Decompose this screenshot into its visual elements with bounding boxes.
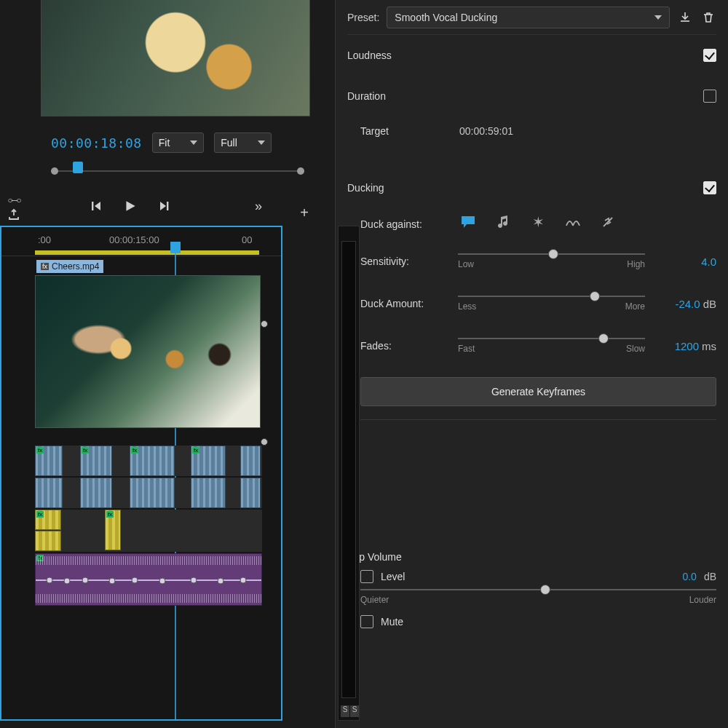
audio-tracks: fx fx fx fx fx fx fx [35, 446, 262, 607]
mute-checkbox[interactable] [360, 615, 373, 628]
monitor-image [41, 0, 309, 116]
io-icon[interactable]: ○─○ [8, 195, 20, 205]
duration-section-header[interactable]: Duration [347, 76, 716, 116]
zoom-value: Fit [159, 137, 170, 149]
timecode[interactable]: 00:00:18:08 [51, 135, 142, 151]
step-back-icon[interactable] [89, 198, 105, 214]
clip-marker[interactable] [261, 320, 268, 328]
level-slider[interactable]: Quieter Louder [360, 589, 716, 605]
amount-unit: dB [703, 298, 716, 310]
level-checkbox[interactable] [360, 570, 373, 583]
video-clip-thumb[interactable] [35, 275, 261, 428]
level-label: Level [381, 571, 675, 582]
svg-marker-3 [160, 202, 166, 210]
target-label: Target [360, 125, 448, 137]
program-monitor [41, 0, 310, 116]
svg-marker-1 [95, 202, 100, 210]
scrub-handle[interactable] [73, 162, 83, 173]
ducking-title: Ducking [347, 182, 384, 194]
zoom-select[interactable]: Fit [152, 132, 205, 153]
svg-rect-4 [167, 202, 168, 210]
fades-row: Fades: Fast Slow 1200ms [360, 325, 716, 367]
more-icon[interactable]: » [250, 198, 266, 214]
level-high: Louder [689, 595, 716, 605]
dialogue-track-b[interactable] [35, 478, 262, 508]
duck-sfx-icon[interactable]: ✶ [529, 214, 547, 230]
duck-dialogue-icon[interactable] [459, 214, 477, 230]
essential-sound-panel: Preset: Smooth Vocal Ducking Loudness Du… [335, 0, 728, 728]
chevron-down-icon [190, 141, 197, 145]
ruler-mark: 00:00:15:00 [109, 234, 159, 245]
sensitivity-high: High [627, 259, 645, 269]
loudness-checkbox[interactable] [703, 49, 716, 62]
solo-toggle-2[interactable]: S [350, 705, 359, 717]
sfx-track[interactable]: fx fx [35, 510, 262, 552]
step-forward-icon[interactable] [156, 198, 172, 214]
fades-low: Fast [458, 344, 475, 354]
fades-label: Fades: [360, 340, 448, 352]
duck-against-icons: ✶ [459, 214, 617, 230]
chevron-down-icon [258, 141, 265, 145]
sensitivity-label: Sensitivity: [360, 256, 448, 267]
solo-toggle-1[interactable]: S [341, 705, 349, 717]
fades-value[interactable]: 1200 [675, 340, 699, 352]
sensitivity-slider[interactable] [458, 253, 645, 255]
audio-meter: S S [338, 226, 360, 721]
duration-target-row: Target 00:00:59:01 [347, 116, 716, 146]
level-value[interactable]: 0.0 [682, 571, 696, 582]
timeline-ruler[interactable]: :00 00:00:15:00 00 [1, 227, 281, 256]
clip-marker[interactable] [261, 438, 268, 446]
fades-high: Slow [626, 344, 645, 354]
svg-rect-0 [92, 202, 93, 210]
chevron-down-icon [654, 15, 662, 20]
ducking-section-header[interactable]: Ducking [347, 167, 716, 208]
loudness-title: Loudness [347, 50, 392, 61]
amount-label: Duck Amount: [360, 298, 448, 309]
scrub-end-dot[interactable] [297, 167, 304, 175]
export-icon[interactable] [7, 208, 20, 223]
clip-volume-title: Clip Volume [347, 551, 716, 563]
level-unit: dB [704, 571, 716, 582]
sensitivity-value[interactable]: 4.0 [701, 256, 716, 268]
video-clip-label[interactable]: fx Cheers.mp4 [36, 260, 103, 273]
add-button-icon[interactable]: + [300, 205, 309, 221]
duration-checkbox[interactable] [703, 90, 716, 103]
playhead[interactable] [170, 242, 181, 253]
duck-against-label: Duck against: [360, 218, 448, 230]
monitor-controls: 00:00:18:08 Fit Full » [51, 125, 304, 220]
dialogue-track-a[interactable]: fx fx fx fx [35, 446, 262, 476]
level-low: Quieter [360, 595, 389, 605]
display-select[interactable]: Full [214, 132, 272, 153]
preset-label: Preset: [347, 12, 379, 23]
save-preset-icon[interactable] [677, 9, 693, 25]
duck-unassigned-icon[interactable] [599, 214, 617, 230]
work-area-bar[interactable] [35, 250, 259, 255]
svg-marker-2 [126, 201, 135, 210]
divider [360, 419, 716, 420]
ducking-checkbox[interactable] [703, 181, 716, 194]
ruler-mark: 00 [242, 234, 252, 245]
duration-title: Duration [347, 90, 386, 102]
amount-row: Duck Amount: Less More -24.0dB [360, 282, 716, 325]
music-track[interactable]: fx [35, 553, 262, 606]
timeline-panel[interactable]: :00 00:00:15:00 00 fx Cheers.mp4 fx fx f… [0, 226, 282, 721]
delete-preset-icon[interactable] [700, 9, 716, 25]
duck-music-icon[interactable] [494, 214, 512, 230]
sensitivity-low: Low [458, 259, 474, 269]
generate-keyframes-button[interactable]: Generate Keyframes [360, 377, 716, 406]
fades-slider[interactable] [458, 338, 645, 339]
preset-select[interactable]: Smooth Vocal Ducking [387, 7, 670, 28]
target-value[interactable]: 00:00:59:01 [459, 125, 513, 137]
amount-low: Less [458, 301, 476, 312]
amount-value[interactable]: -24.0 [675, 298, 700, 310]
amount-slider[interactable] [458, 296, 645, 297]
scrub-start-dot[interactable] [51, 167, 58, 175]
amount-high: More [625, 301, 645, 312]
loudness-section-header[interactable]: Loudness [347, 35, 716, 76]
clip-filename: Cheers.mp4 [52, 261, 99, 272]
monitor-scrubber[interactable] [51, 170, 304, 172]
keyframe-line[interactable] [36, 579, 261, 581]
ruler-mark: :00 [38, 234, 51, 245]
play-icon[interactable] [122, 198, 138, 214]
duck-ambience-icon[interactable] [564, 214, 582, 230]
